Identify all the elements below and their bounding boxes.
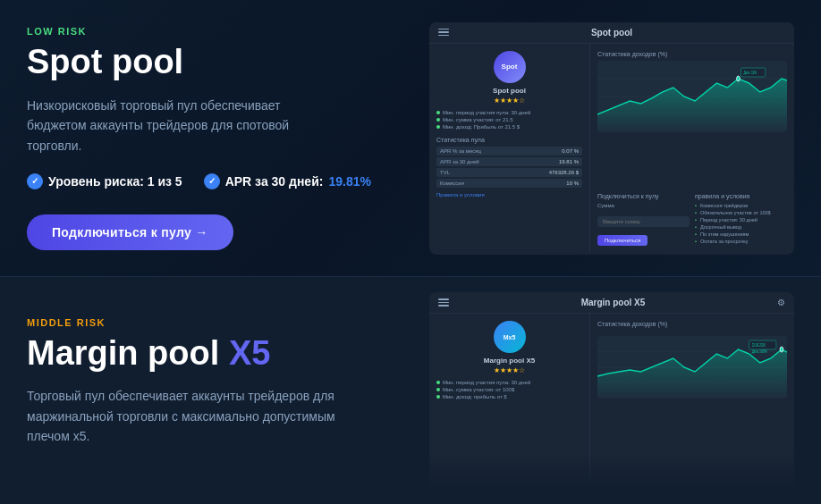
- hamburger-line-b2: [438, 302, 449, 304]
- stats-row: ✓ Уровень риска: 1 из 5 ✓ APR за 30 дней…: [27, 173, 402, 189]
- join-title: Подключиться к пулу: [597, 193, 690, 199]
- info-item-2: Мин. сумма участия: от 21.5: [436, 117, 582, 122]
- dashboard-content: Spot Spot pool ★★★★☆ Мин. период участия…: [429, 44, 794, 253]
- bottom-info-text-2: Мин. сумма участия: от 100$: [443, 387, 514, 392]
- spot-pool-description: Низкорисковый торговый пул обеспечивает …: [27, 96, 340, 155]
- rule-item-6: Оплата за просрочку: [695, 239, 787, 244]
- apr-stat: ✓ APR за 30 дней: 19.81%: [204, 173, 371, 189]
- bottom-info-item-2: Мин. сумма участия: от 100$: [436, 387, 582, 392]
- bottom-info-text-1: Мин. период участия пула: 30 дней: [443, 380, 530, 385]
- db-stats-table: Статистика пула APR % за месяц 0.07 % AP…: [436, 137, 582, 188]
- chart-svg: Дата: 13%: [597, 61, 787, 132]
- hamburger-line-b3: [438, 305, 449, 307]
- svg-text:23.09.2024: 23.09.2024: [752, 342, 766, 348]
- dashboard-left: Spot Spot pool ★★★★☆ Мин. период участия…: [429, 44, 590, 253]
- connect-button-top[interactable]: Подключиться к пулу →: [27, 214, 233, 250]
- bottom-left-panel: MIDDLE RISK Margin pool X5 Торговый пул …: [27, 317, 402, 465]
- dot-green-3: [436, 125, 440, 129]
- svg-point-9: [780, 347, 783, 352]
- margin-pool-description: Торговый пул обеспечивает аккаунты трейд…: [27, 386, 340, 446]
- hamburger-line-b1: [438, 298, 449, 300]
- dashboard-title-bottom: Margin pool X5: [581, 298, 646, 307]
- dot-green-b2: [436, 388, 440, 391]
- rule-item-4: Досрочный вывод: [695, 224, 787, 230]
- svg-text:Дата: 3.66%: Дата: 3.66%: [752, 349, 767, 354]
- pool-icon-top: Spot: [494, 51, 526, 83]
- join-btn[interactable]: Подключиться: [597, 235, 647, 246]
- chart-title-bottom: Статистика доходов (%): [597, 321, 787, 327]
- spot-pool-title: Spot pool: [27, 44, 402, 81]
- rule-item-3: Период участия: 30 дней: [695, 217, 787, 223]
- db-pool-name-top: Spot pool: [436, 87, 582, 95]
- rules-section: правила и условия Комиссия трейдеров Обя…: [695, 193, 787, 246]
- svg-point-3: [737, 76, 741, 81]
- join-subtitle: Сумма: [597, 203, 690, 208]
- stat-row-1: APR % за месяц 0.07 %: [436, 147, 582, 155]
- bottom-info-text-3: Мин. доход: прибыль от $: [443, 394, 507, 399]
- rules-title: правила и условия: [695, 193, 787, 199]
- dot-green-b1: [436, 381, 440, 384]
- hamburger-icon[interactable]: [438, 29, 449, 37]
- stat-label-4: Комиссия: [440, 181, 464, 186]
- pool-icon-bottom: Mx5: [494, 321, 526, 353]
- chart-section: Статистика доходов (%): [597, 51, 787, 188]
- margin-pool-title-main: Margin pool: [27, 334, 219, 372]
- stat-row-4: Комиссия 10 %: [436, 179, 582, 188]
- risk-stat-label: Уровень риска: 1 из 5: [48, 174, 182, 189]
- stat-label-3: TVL: [440, 170, 450, 175]
- svg-text:Дата: 13%: Дата: 13%: [744, 70, 758, 75]
- stat-label-2: APR за 30 дней: [440, 159, 479, 164]
- bottom-chart-svg: 23.09.2024 Дата: 3.66%: [597, 336, 787, 399]
- db-pool-name-bottom: Margin pool X5: [436, 357, 582, 365]
- stats-title: Статистика пула: [436, 137, 582, 143]
- dashboard-title: Spot pool: [591, 28, 632, 38]
- stat-row-3: TVL 479328.26 $: [436, 168, 582, 177]
- rule-item-5: По этим нарушениям: [695, 231, 787, 237]
- dot-green-1: [436, 111, 440, 114]
- hamburger-line-1: [438, 29, 449, 30]
- info-text-3: Мин. доход: Прибыль от 21.5 $: [443, 124, 520, 130]
- margin-pool-title: Margin pool X5: [27, 335, 402, 373]
- rule-item-2: Обязательное участие от 100$: [695, 210, 787, 215]
- dot-green-2: [436, 118, 440, 122]
- stat-label-1: APR % за месяц: [440, 148, 481, 154]
- check-icon-1: ✓: [27, 173, 43, 189]
- stars-bottom: ★★★★☆: [436, 366, 582, 374]
- middle-risk-label: MIDDLE RISK: [27, 317, 402, 328]
- info-text-2: Мин. сумма участия: от 21.5: [443, 117, 513, 122]
- dashboard-top-bar-bottom: Margin pool X5 ⚙: [429, 292, 794, 314]
- hamburger-line-2: [438, 31, 449, 33]
- hamburger-line-3: [438, 35, 449, 37]
- low-risk-label: LOW RISK: [27, 26, 402, 37]
- bottom-info-item-3: Мин. доход: прибыль от $: [436, 394, 582, 399]
- hamburger-icon-bottom[interactable]: [438, 298, 449, 307]
- join-input[interactable]: [597, 216, 690, 227]
- stat-row-2: APR за 30 дней 19.81 %: [436, 157, 582, 166]
- bottom-section: MIDDLE RISK Margin pool X5 Торговый пул …: [0, 277, 821, 504]
- dashboard-right: Статистика доходов (%): [590, 44, 794, 253]
- bottom-chart-container: 23.09.2024 Дата: 3.66%: [597, 336, 787, 399]
- join-form: Подключиться к пулу Сумма Подключиться: [597, 193, 690, 246]
- join-section: Подключиться к пулу Сумма Подключиться п…: [597, 193, 787, 246]
- bottom-info-item-1: Мин. период участия пула: 30 дней: [436, 380, 582, 385]
- top-left-panel: LOW RISK Spot pool Низкорисковый торговы…: [27, 26, 402, 250]
- info-item-3: Мин. доход: Прибыль от 21.5 $: [436, 124, 582, 130]
- stat-value-4: 10 %: [566, 181, 579, 186]
- stars-top: ★★★★☆: [436, 97, 582, 105]
- stat-value-2: 19.81 %: [559, 159, 579, 164]
- dashboard-preview-bottom: Margin pool X5 ⚙ Mx5 Margin pool X5 ★★★★…: [429, 292, 794, 489]
- db-info-list-top: Мин. период участия пула: 30 дней Мин. с…: [436, 110, 582, 130]
- top-section: LOW RISK Spot pool Низкорисковый торговы…: [0, 0, 821, 277]
- stat-value-3: 479328.26 $: [549, 170, 579, 175]
- gear-icon[interactable]: ⚙: [777, 298, 785, 307]
- risk-stat: ✓ Уровень риска: 1 из 5: [27, 173, 182, 189]
- rules-link[interactable]: Правила и условия: [436, 192, 582, 197]
- chart-container: Дата: 13%: [597, 61, 787, 132]
- dashboard-left-bottom: Mx5 Margin pool X5 ★★★★☆ Мин. период уча…: [429, 314, 590, 487]
- dashboard-preview-top: Spot pool Spot Spot pool ★★★★☆ Мин. пери…: [429, 22, 794, 255]
- check-icon-2: ✓: [204, 173, 220, 189]
- info-text-1: Мин. период участия пула: 30 дней: [443, 110, 530, 115]
- chart-title: Статистика доходов (%): [597, 51, 787, 57]
- dashboard-content-bottom: Mx5 Margin pool X5 ★★★★☆ Мин. период уча…: [429, 314, 794, 487]
- dot-green-b3: [436, 395, 440, 399]
